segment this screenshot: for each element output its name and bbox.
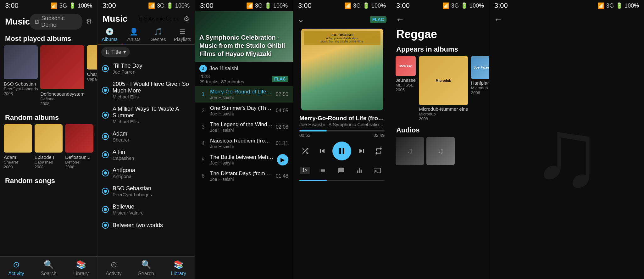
list-item-6[interactable]: BSO Sebastian PeerGynt Lobogris bbox=[97, 182, 195, 200]
repeat-button[interactable] bbox=[372, 144, 386, 158]
play-button-5[interactable]: ▶ bbox=[277, 154, 288, 165]
list-item-0[interactable]: 'Til The Day Joe Farren bbox=[97, 59, 195, 78]
random-card-0[interactable]: Adam Shearer 2008 bbox=[4, 124, 32, 169]
album-list-text-3: Adam Shearer bbox=[113, 131, 129, 142]
random-art-0 bbox=[4, 124, 32, 153]
sort-button[interactable]: ⇅ Title ▾ bbox=[101, 47, 130, 57]
back-button-p6[interactable]: ← bbox=[494, 14, 502, 24]
track-item-3[interactable]: 3 The Legend of the Wind (from 'Naus... … bbox=[195, 119, 293, 135]
sort-bar: ⇅ Title ▾ bbox=[97, 45, 195, 59]
player-art-line2: A Symphonic Celebration bbox=[306, 37, 378, 40]
genre-album-1[interactable]: Microdub Microdub-Nummer eins Microdub 2… bbox=[419, 56, 468, 121]
random-albums-grid: Adam Shearer 2008 Episode I Capashen 200… bbox=[0, 124, 97, 173]
album-year-1: 2008 bbox=[40, 101, 84, 106]
track-artist-1: Joe Hisaishi bbox=[210, 95, 273, 100]
status-bar-p1: 3:00 📶 3G 🔋 100% bbox=[0, 0, 97, 11]
track-num-5: 5 bbox=[199, 157, 207, 163]
tab-artists[interactable]: 👤 Artists bbox=[122, 25, 146, 44]
list-item-1[interactable]: 2005 - I Would Have Given So Much More M… bbox=[97, 78, 195, 103]
prev-button[interactable] bbox=[315, 144, 329, 158]
track-item-6[interactable]: 6 The Distant Days (from 'Nausicaä of...… bbox=[195, 168, 293, 184]
audio-thumb-0[interactable]: ♫ bbox=[396, 137, 424, 165]
signal-icon-p2: 📶 bbox=[148, 2, 155, 9]
player-track-sub: Joe Hisaishi · A Symphonic Celebration -… bbox=[299, 122, 385, 127]
list-item-7[interactable]: Bellevue Misteur Valaire bbox=[97, 200, 195, 219]
album-card-1[interactable]: Deflonesoundsystem Deflone 2008 bbox=[40, 45, 84, 106]
sort-label: Title bbox=[111, 49, 121, 55]
genre-album-sub-2: Microdub bbox=[471, 86, 489, 90]
next-button[interactable] bbox=[355, 144, 369, 158]
album-list-title-2: A Million Ways To Waste A Summer bbox=[113, 106, 190, 119]
seek-bar[interactable] bbox=[299, 180, 385, 181]
album-list-title-4: All-in bbox=[113, 149, 134, 155]
album-list-title-7: Bellevue bbox=[113, 204, 144, 210]
radio-5 bbox=[102, 170, 109, 176]
album-card-2[interactable]: Chameleon Capashen bbox=[87, 45, 97, 106]
artist-avatar: J bbox=[199, 65, 207, 72]
tab-albums[interactable]: 💿 Albums bbox=[97, 25, 122, 44]
server-chip-p1[interactable]: 🖥 Subsonic Demo bbox=[30, 14, 82, 30]
list-item-8[interactable]: Between two worlds bbox=[97, 219, 195, 232]
nav-search-p2[interactable]: 🔍 Search bbox=[130, 257, 162, 279]
random-card-2[interactable]: Deflosoun... Deflone 2008 bbox=[65, 124, 93, 169]
album-list-text-7: Bellevue Misteur Valaire bbox=[113, 204, 144, 215]
speed-button[interactable]: 1× bbox=[300, 167, 310, 174]
random-name-0: Adam bbox=[4, 154, 32, 160]
nav-activity-p2[interactable]: ⊙ Activity bbox=[97, 257, 130, 279]
genre-title: Reggae bbox=[391, 26, 489, 44]
track-duration-6: 01:48 bbox=[276, 173, 288, 179]
list-item-2[interactable]: A Million Ways To Waste A Summer Michael… bbox=[97, 103, 195, 127]
tab-playlists[interactable]: ☰ Playlists bbox=[170, 25, 195, 44]
genre-album-name-1: Microdub-Nummer eins bbox=[419, 106, 468, 112]
status-icons-p1: 📶 3G 🔋 100% bbox=[51, 2, 92, 9]
random-card-1[interactable]: Episode I Capashen 2008 bbox=[35, 124, 63, 169]
chevron-down-icon[interactable]: ⌄ bbox=[297, 14, 304, 24]
track-num-2: 2 bbox=[199, 108, 207, 114]
nav-library-p1[interactable]: 📚 Library bbox=[65, 257, 97, 279]
album-thumb-2 bbox=[87, 45, 97, 70]
tab-genres[interactable]: 🎵 Genres bbox=[146, 25, 170, 44]
play-pause-button[interactable] bbox=[332, 142, 351, 160]
album-tracks-info: 29 tracks, 87 minutes bbox=[199, 79, 244, 84]
search-icon-p2: 🔍 bbox=[141, 260, 151, 270]
flac-badge-top: FLAC bbox=[370, 16, 386, 23]
album-list-title-3: Adam bbox=[113, 131, 129, 137]
lyrics-button[interactable] bbox=[335, 164, 347, 177]
nav-search-p1[interactable]: 🔍 Search bbox=[32, 257, 65, 279]
album-card-0[interactable]: BSO Sebastian PeerGynt Lobogris 2008 bbox=[4, 45, 38, 106]
genre-album-0[interactable]: Metisse Jeunesse METISSE 2005 bbox=[396, 56, 416, 121]
progress-bar[interactable] bbox=[299, 130, 385, 131]
settings-icon[interactable]: ⚙ bbox=[86, 18, 92, 26]
activity-icon-p2: ⊙ bbox=[110, 260, 117, 270]
audio-thumb-1[interactable]: ♫ bbox=[426, 137, 455, 165]
list-item-3[interactable]: Adam Shearer bbox=[97, 127, 195, 146]
time-p2: 3:00 bbox=[103, 2, 116, 10]
panel-player: 3:00 📶 3G 🔋 100% ⌄ FLAC JOE HISAISHI A S… bbox=[293, 0, 391, 279]
player-extra-controls: 1× bbox=[293, 162, 391, 179]
list-item-5[interactable]: Antígona Antígona bbox=[97, 164, 195, 182]
track-num-4: 4 bbox=[199, 141, 207, 146]
equalizer-button[interactable] bbox=[353, 164, 366, 177]
list-item-4[interactable]: All-in Capashen bbox=[97, 146, 195, 164]
track-item-1[interactable]: 1 Merry-Go-Round of Life (from 'Howl'...… bbox=[195, 86, 293, 103]
artist-name[interactable]: Joe Hisaishi bbox=[209, 65, 238, 72]
track-5-right: ▶ bbox=[277, 154, 288, 165]
nav-library-p2[interactable]: 📚 Library bbox=[162, 257, 195, 279]
settings-icon-p2[interactable]: ⚙ bbox=[183, 15, 190, 23]
nav-activity-p1[interactable]: ⊙ Activity bbox=[0, 257, 32, 279]
genre-album-2[interactable]: Joe Farren Hanfplanet Microdub 2008 bbox=[471, 56, 489, 121]
genre-thumb-1: Microdub bbox=[419, 56, 468, 105]
shuffle-button[interactable] bbox=[298, 144, 312, 158]
track-item-2[interactable]: 2 One Summer's Day (The Name of Lif... J… bbox=[195, 103, 293, 119]
cast-button[interactable] bbox=[371, 164, 384, 177]
battery-icon-p2: 🔋 bbox=[166, 2, 173, 9]
track-item-5[interactable]: 5 The Battle between Mehve and Corv... J… bbox=[195, 152, 293, 168]
battery-icon: 🔋 bbox=[69, 2, 76, 9]
genre-thumb-0: Metisse bbox=[396, 56, 416, 76]
queue-button[interactable] bbox=[316, 164, 329, 177]
track-item-4[interactable]: 4 Nausicaä Requiem (from 'Nausicaä ... J… bbox=[195, 135, 293, 152]
server-chip-p2[interactable]: 🖥 Subsonic Demo bbox=[138, 16, 180, 22]
network-p6: 3G bbox=[606, 3, 614, 9]
back-button-p5[interactable]: ← bbox=[396, 14, 404, 25]
back-header-p5: ← bbox=[391, 11, 489, 26]
